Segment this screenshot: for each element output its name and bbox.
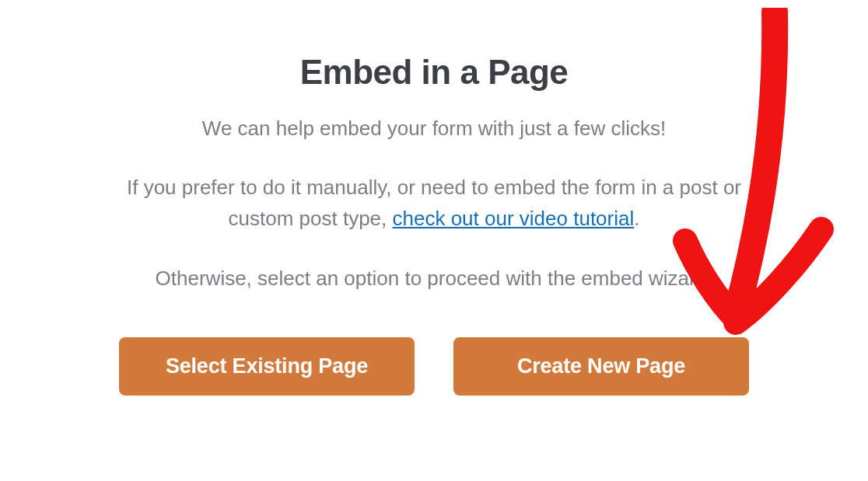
button-row: Select Existing Page Create New Page	[31, 337, 837, 396]
modal-footer-text: Otherwise, select an option to proceed w…	[31, 264, 837, 292]
select-existing-page-button[interactable]: Select Existing Page	[119, 337, 415, 396]
modal-body-text-2: .	[634, 207, 639, 230]
modal-subtitle: We can help embed your form with just a …	[31, 115, 837, 142]
video-tutorial-link[interactable]: check out our video tutorial	[393, 207, 635, 230]
modal-title: Embed in a Page	[31, 53, 837, 92]
create-new-page-button[interactable]: Create New Page	[453, 337, 749, 396]
embed-modal: Embed in a Page We can help embed your f…	[0, 0, 868, 396]
modal-body: If you prefer to do it manually, or need…	[92, 172, 776, 235]
